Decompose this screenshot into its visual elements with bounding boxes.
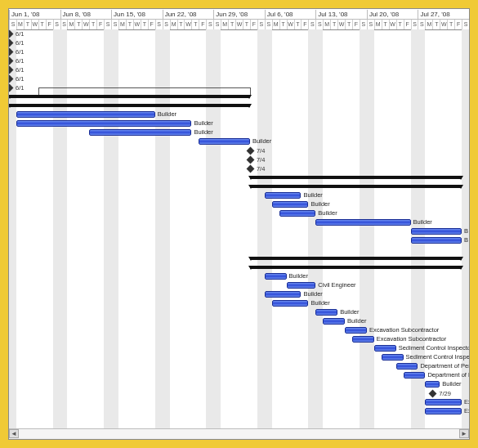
summary-bar[interactable] (9, 104, 250, 107)
day-cell: S (9, 20, 16, 29)
week-label: Jun 22, '08 (163, 10, 214, 19)
day-cell: M (67, 20, 74, 29)
day-cell: M (16, 20, 24, 29)
task-bar[interactable] (425, 408, 462, 414)
task-bar[interactable] (265, 192, 302, 199)
task-bar[interactable] (404, 372, 426, 379)
task-bar[interactable] (272, 201, 309, 208)
day-cell: F (148, 20, 155, 29)
task-bar[interactable] (425, 381, 440, 388)
summary-bar[interactable] (9, 95, 250, 98)
gantt-row: Excavation Subcontractor (9, 326, 469, 335)
gantt-row: Builder (9, 272, 469, 281)
task-label: Builder (289, 272, 308, 280)
gantt-row: Civil Engineer (9, 281, 469, 290)
day-cell: M (323, 20, 330, 29)
task-bar[interactable] (315, 309, 337, 316)
milestone-label: 6/1 (16, 75, 24, 83)
gantt-row: Excavation Subcont (9, 398, 469, 407)
day-cell: S (315, 20, 323, 29)
task-bar[interactable] (396, 363, 418, 370)
milestone-diamond[interactable] (246, 156, 254, 164)
scroll-track[interactable] (19, 429, 459, 438)
task-bar[interactable] (272, 300, 309, 307)
task-bar[interactable] (89, 129, 191, 136)
task-bar[interactable] (425, 399, 462, 405)
day-cell: F (46, 20, 53, 29)
task-bar[interactable] (345, 327, 367, 334)
task-bar[interactable] (411, 228, 462, 235)
task-bar[interactable] (265, 273, 287, 280)
task-label: Builder (340, 308, 359, 316)
gantt-row: Builder (9, 200, 469, 209)
milestone-diamond[interactable] (429, 390, 437, 398)
day-cell: M (170, 20, 177, 29)
task-label: Builder (318, 209, 337, 217)
task-bar[interactable] (279, 210, 316, 217)
task-bar[interactable] (287, 282, 316, 289)
summary-bar[interactable] (250, 257, 462, 260)
gantt-row: Builder (9, 191, 469, 200)
milestone-label: 6/1 (16, 30, 24, 38)
day-cell: T (74, 20, 82, 29)
day-cell: S (111, 20, 118, 29)
timescale-header: SMTWTFSSMTWTFSSMTWTFSSMTWTFSSMTWTFSSMTWT… (9, 9, 469, 30)
task-label: Builder (310, 299, 329, 307)
week-label: Jul 6, '08 (265, 10, 316, 19)
milestone-diamond[interactable] (9, 75, 13, 83)
milestone-diamond[interactable] (246, 165, 254, 173)
task-label: Builder (442, 380, 461, 388)
week-label: Jun 8, '08 (60, 10, 112, 19)
day-cell: M (118, 20, 126, 29)
milestone-diamond[interactable] (9, 57, 13, 65)
gantt-row: Sediment Control Inspector (9, 344, 469, 353)
day-cell: S (418, 20, 425, 29)
milestone-diamond[interactable] (9, 66, 13, 74)
day-cell: W (184, 20, 191, 29)
milestone-diamond[interactable] (9, 48, 13, 56)
day-cell: T (89, 20, 96, 29)
day-cell: T (126, 20, 133, 29)
day-cell: T (243, 20, 250, 29)
day-cell: T (141, 20, 148, 29)
gantt-chart-area[interactable]: 6/16/16/16/16/16/16/1BuilderBuilderBuild… (9, 29, 469, 429)
summary-bar[interactable] (250, 176, 462, 179)
task-label: Builder (413, 218, 432, 226)
task-label: B (464, 236, 468, 244)
summary-bar[interactable] (250, 185, 462, 188)
day-cell: T (432, 20, 440, 29)
day-cell: S (155, 20, 163, 29)
day-cell: T (330, 20, 337, 29)
task-bar[interactable] (352, 336, 374, 343)
day-cell: T (191, 20, 199, 29)
scroll-left-button[interactable]: ◄ (9, 429, 19, 438)
day-cell: S (360, 20, 367, 29)
milestone-diamond[interactable] (9, 30, 13, 38)
gantt-row: Builder (9, 119, 469, 128)
horizontal-scrollbar[interactable]: ◄ ► (9, 428, 469, 439)
task-label: Department of Permits & (420, 362, 469, 370)
summary-bar[interactable] (250, 266, 462, 269)
milestone-diamond[interactable] (9, 84, 13, 92)
task-bar[interactable] (265, 291, 302, 298)
day-cell: S (367, 20, 374, 29)
gantt-row (9, 263, 469, 272)
milestone-diamond[interactable] (9, 39, 13, 47)
week-label: Jul 13, '08 (315, 10, 367, 19)
task-bar[interactable] (323, 318, 345, 325)
task-bar[interactable] (16, 120, 191, 127)
task-label: Builder (194, 119, 212, 127)
task-bar[interactable] (199, 138, 250, 145)
task-bar[interactable] (315, 219, 410, 226)
task-label: B (464, 227, 468, 235)
gantt-row: 7/4 (9, 155, 469, 164)
gantt-panel: SMTWTFSSMTWTFSSMTWTFSSMTWTFSSMTWTFSSMTWT… (8, 8, 470, 440)
task-bar[interactable] (411, 237, 462, 244)
gantt-row (9, 245, 469, 254)
milestone-diamond[interactable] (246, 147, 254, 155)
task-bar[interactable] (382, 354, 404, 361)
task-bar[interactable] (16, 111, 155, 118)
task-bar[interactable] (374, 345, 396, 352)
scroll-right-button[interactable]: ► (459, 429, 469, 438)
gantt-row: Builder (9, 218, 469, 227)
